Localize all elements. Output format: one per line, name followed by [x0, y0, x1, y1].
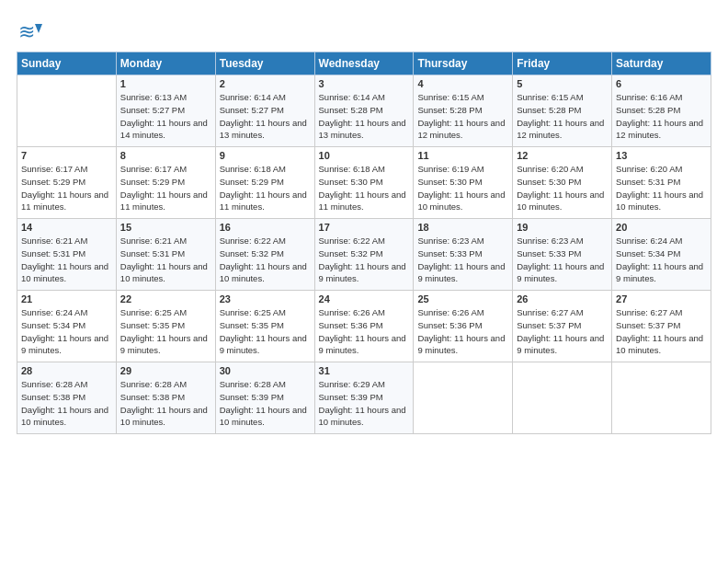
daylight-text: Daylight: 11 hours and 9 minutes.: [417, 261, 505, 284]
sunrise-text: Sunrise: 6:21 AM: [120, 236, 187, 246]
sunset-text: Sunset: 5:28 PM: [319, 105, 383, 115]
cell-info: Sunrise: 6:22 AMSunset: 5:32 PMDaylight:…: [319, 235, 410, 285]
header-row: SundayMondayTuesdayWednesdayThursdayFrid…: [17, 52, 711, 75]
day-cell: [513, 362, 612, 434]
day-cell: 12Sunrise: 6:20 AMSunset: 5:30 PMDayligh…: [513, 147, 612, 219]
cell-info: Sunrise: 6:26 AMSunset: 5:36 PMDaylight:…: [417, 306, 508, 357]
day-number: 3: [319, 78, 410, 89]
cell-info: Sunrise: 6:29 AMSunset: 5:39 PMDaylight:…: [319, 378, 410, 429]
day-number: 16: [220, 222, 311, 233]
sunset-text: Sunset: 5:34 PM: [616, 248, 680, 259]
week-row-0: 1Sunrise: 6:13 AMSunset: 5:27 PMDaylight…: [17, 75, 711, 147]
header-cell-saturday: Saturday: [612, 52, 711, 75]
sunrise-text: Sunrise: 6:26 AM: [319, 307, 385, 317]
daylight-text: Daylight: 11 hours and 10 minutes.: [21, 405, 108, 428]
cell-info: Sunrise: 6:27 AMSunset: 5:37 PMDaylight:…: [517, 306, 608, 357]
day-number: 24: [319, 293, 410, 304]
sunset-text: Sunset: 5:33 PM: [417, 248, 482, 259]
sunset-text: Sunset: 5:28 PM: [616, 105, 680, 115]
sunset-text: Sunset: 5:32 PM: [319, 248, 383, 259]
sunrise-text: Sunrise: 6:28 AM: [21, 379, 87, 389]
sunrise-text: Sunrise: 6:24 AM: [21, 307, 87, 317]
daylight-text: Daylight: 11 hours and 10 minutes.: [220, 261, 307, 284]
day-cell: 5Sunrise: 6:15 AMSunset: 5:28 PMDaylight…: [513, 75, 612, 147]
day-number: 13: [616, 150, 707, 161]
sunrise-text: Sunrise: 6:29 AM: [319, 379, 385, 389]
daylight-text: Daylight: 11 hours and 11 minutes.: [319, 190, 406, 213]
cell-info: Sunrise: 6:20 AMSunset: 5:30 PMDaylight:…: [517, 163, 608, 213]
day-cell: 6Sunrise: 6:16 AMSunset: 5:28 PMDaylight…: [612, 75, 711, 147]
daylight-text: Daylight: 11 hours and 12 minutes.: [616, 118, 703, 141]
day-cell: 29Sunrise: 6:28 AMSunset: 5:38 PMDayligh…: [116, 362, 215, 434]
cell-info: Sunrise: 6:25 AMSunset: 5:35 PMDaylight:…: [220, 306, 311, 357]
day-number: 8: [120, 150, 211, 161]
sunset-text: Sunset: 5:29 PM: [120, 177, 185, 187]
sunset-text: Sunset: 5:35 PM: [120, 320, 185, 330]
day-cell: 4Sunrise: 6:15 AMSunset: 5:28 PMDaylight…: [414, 75, 513, 147]
sunset-text: Sunset: 5:39 PM: [319, 392, 383, 402]
day-cell: 17Sunrise: 6:22 AMSunset: 5:32 PMDayligh…: [314, 219, 414, 291]
page: ≋ SundayMondayTuesdayWednesdayThursdayFr…: [0, 0, 728, 563]
cell-info: Sunrise: 6:21 AMSunset: 5:31 PMDaylight:…: [120, 235, 211, 285]
cell-info: Sunrise: 6:18 AMSunset: 5:29 PMDaylight:…: [220, 163, 311, 213]
cell-info: Sunrise: 6:13 AMSunset: 5:27 PMDaylight:…: [120, 91, 211, 142]
day-cell: [414, 362, 513, 434]
sunset-text: Sunset: 5:36 PM: [319, 320, 383, 330]
sunrise-text: Sunrise: 6:16 AM: [616, 92, 682, 102]
cell-info: Sunrise: 6:24 AMSunset: 5:34 PMDaylight:…: [21, 306, 112, 357]
day-number: 11: [417, 150, 508, 161]
daylight-text: Daylight: 11 hours and 9 minutes.: [319, 261, 406, 284]
sunset-text: Sunset: 5:30 PM: [417, 177, 482, 187]
day-cell: 31Sunrise: 6:29 AMSunset: 5:39 PMDayligh…: [314, 362, 414, 434]
day-number: 21: [21, 293, 112, 304]
day-number: 28: [21, 365, 112, 376]
cell-info: Sunrise: 6:15 AMSunset: 5:28 PMDaylight:…: [417, 91, 508, 142]
daylight-text: Daylight: 11 hours and 10 minutes.: [616, 333, 703, 356]
cell-info: Sunrise: 6:16 AMSunset: 5:28 PMDaylight:…: [616, 91, 707, 142]
day-cell: 28Sunrise: 6:28 AMSunset: 5:38 PMDayligh…: [17, 362, 117, 434]
daylight-text: Daylight: 11 hours and 11 minutes.: [21, 190, 108, 213]
sunset-text: Sunset: 5:31 PM: [120, 248, 185, 259]
sunrise-text: Sunrise: 6:14 AM: [319, 92, 385, 102]
sunrise-text: Sunrise: 6:22 AM: [220, 236, 286, 246]
day-number: 23: [220, 293, 311, 304]
day-number: 7: [21, 150, 112, 161]
sunrise-text: Sunrise: 6:14 AM: [220, 92, 286, 102]
cell-info: Sunrise: 6:27 AMSunset: 5:37 PMDaylight:…: [616, 306, 707, 357]
header-cell-tuesday: Tuesday: [215, 52, 314, 75]
day-cell: 26Sunrise: 6:27 AMSunset: 5:37 PMDayligh…: [513, 291, 612, 362]
day-cell: 24Sunrise: 6:26 AMSunset: 5:36 PMDayligh…: [314, 291, 414, 362]
header-cell-monday: Monday: [116, 52, 215, 75]
sunrise-text: Sunrise: 6:13 AM: [120, 92, 187, 102]
daylight-text: Daylight: 11 hours and 9 minutes.: [319, 333, 406, 356]
day-cell: 2Sunrise: 6:14 AMSunset: 5:27 PMDaylight…: [215, 75, 314, 147]
daylight-text: Daylight: 11 hours and 9 minutes.: [517, 333, 604, 356]
cell-info: Sunrise: 6:14 AMSunset: 5:28 PMDaylight:…: [319, 91, 410, 142]
cell-info: Sunrise: 6:28 AMSunset: 5:39 PMDaylight:…: [220, 378, 311, 429]
sunset-text: Sunset: 5:28 PM: [417, 105, 482, 115]
day-cell: 9Sunrise: 6:18 AMSunset: 5:29 PMDaylight…: [215, 147, 314, 219]
sunset-text: Sunset: 5:29 PM: [220, 177, 284, 187]
calendar-body: 1Sunrise: 6:13 AMSunset: 5:27 PMDaylight…: [17, 75, 711, 434]
cell-info: Sunrise: 6:25 AMSunset: 5:35 PMDaylight:…: [120, 306, 211, 357]
day-cell: 7Sunrise: 6:17 AMSunset: 5:29 PMDaylight…: [17, 147, 117, 219]
sunrise-text: Sunrise: 6:15 AM: [517, 92, 583, 102]
day-number: 18: [417, 222, 508, 233]
daylight-text: Daylight: 11 hours and 12 minutes.: [517, 118, 604, 141]
day-number: 29: [120, 365, 211, 376]
week-row-2: 14Sunrise: 6:21 AMSunset: 5:31 PMDayligh…: [17, 219, 711, 291]
sunset-text: Sunset: 5:37 PM: [517, 320, 581, 330]
sunrise-text: Sunrise: 6:20 AM: [517, 164, 583, 174]
logo-icon: ≋: [17, 20, 42, 46]
day-number: 5: [517, 78, 608, 89]
day-cell: 27Sunrise: 6:27 AMSunset: 5:37 PMDayligh…: [612, 291, 711, 362]
sunset-text: Sunset: 5:38 PM: [120, 392, 185, 402]
header-cell-friday: Friday: [513, 52, 612, 75]
sunrise-text: Sunrise: 6:17 AM: [120, 164, 187, 174]
day-cell: 16Sunrise: 6:22 AMSunset: 5:32 PMDayligh…: [215, 219, 314, 291]
week-row-3: 21Sunrise: 6:24 AMSunset: 5:34 PMDayligh…: [17, 291, 711, 362]
sunrise-text: Sunrise: 6:17 AM: [21, 164, 87, 174]
sunset-text: Sunset: 5:35 PM: [220, 320, 284, 330]
daylight-text: Daylight: 11 hours and 11 minutes.: [120, 190, 208, 213]
daylight-text: Daylight: 11 hours and 11 minutes.: [220, 190, 307, 213]
